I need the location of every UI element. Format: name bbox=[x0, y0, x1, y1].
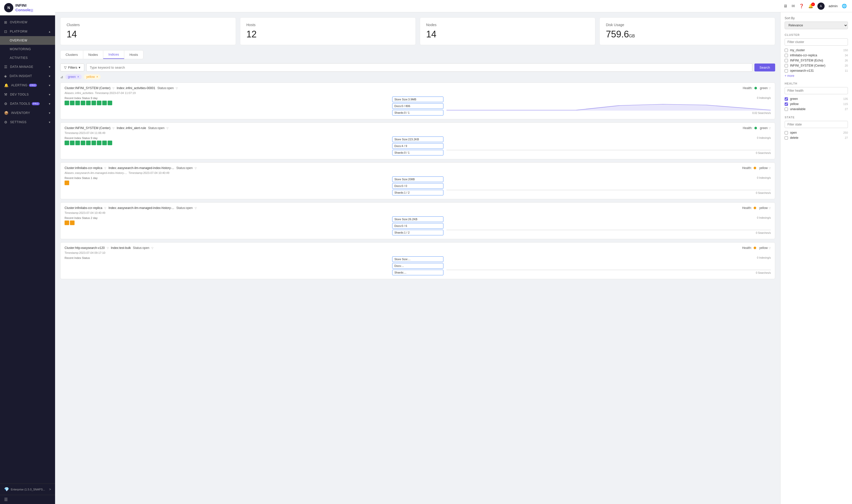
tab-indices[interactable]: Indices bbox=[103, 51, 124, 59]
globe-icon[interactable]: 🌐 bbox=[842, 4, 847, 8]
sort-select[interactable]: Relevance Name Size Docs bbox=[785, 21, 848, 29]
filter-triangle-icon[interactable]: ▽ bbox=[769, 167, 771, 169]
filter-triangle-icon[interactable]: ▽ bbox=[107, 247, 109, 249]
filter-tag-remove-yellow[interactable]: × bbox=[96, 75, 98, 78]
sidebar-item-monitoring[interactable]: MONITORING bbox=[0, 45, 55, 54]
index-cards-container: Cluster:INFINI_SYSTEM (Center) ▽ Index:.… bbox=[60, 83, 775, 279]
filter-triangle-icon[interactable]: ▽ bbox=[166, 127, 168, 130]
health-option-unavailable[interactable]: unavailable 27 bbox=[785, 107, 848, 112]
sidebar-item-platform-overview[interactable]: OVERVIEW bbox=[0, 36, 55, 45]
chevron-up-icon: ▲ bbox=[49, 30, 51, 33]
cluster-count: 150 bbox=[843, 49, 848, 52]
cluster-checkbox-ccr[interactable] bbox=[785, 54, 788, 57]
index-card-header: Cluster:INFINI_SYSTEM (Center) ▽ Index:.… bbox=[65, 86, 771, 90]
chevron-down-icon: ▼ bbox=[49, 112, 51, 114]
sidebar-item-label: OVERVIEW bbox=[10, 20, 28, 24]
help-icon[interactable]: ❓ bbox=[799, 4, 804, 8]
sidebar-item-dev-tools[interactable]: ⚒ DEV TOOLS ▼ bbox=[0, 90, 55, 99]
health-option-label: unavailable bbox=[790, 107, 806, 111]
sidebar-footer[interactable]: 💎 Enterprise (1.5.0_SNAPS... > bbox=[0, 484, 55, 495]
data-insight-icon: ◈ bbox=[4, 74, 7, 78]
sidebar-item-activities[interactable]: ACTIVITIES bbox=[0, 54, 55, 62]
index-status: Status:open bbox=[148, 126, 164, 130]
inventory-icon: 📦 bbox=[4, 111, 9, 115]
filter-triangle-icon[interactable]: ▽ bbox=[195, 207, 197, 210]
filter-triangle-icon[interactable]: ▽ bbox=[176, 87, 178, 90]
sidebar-item-overview[interactable]: ⊞ OVERVIEW bbox=[0, 18, 55, 27]
cluster-checkbox-my-cluster[interactable] bbox=[785, 49, 788, 52]
filter-triangle-icon[interactable]: ▽ bbox=[195, 167, 197, 169]
state-option-delete[interactable]: delete 27 bbox=[785, 135, 848, 140]
cluster-option-my-cluster[interactable]: my_cluster 150 bbox=[785, 48, 848, 53]
sidebar-item-data-tools[interactable]: ⚙ DATA TOOLS Pro ▼ bbox=[0, 99, 55, 108]
state-checkbox-delete[interactable] bbox=[785, 136, 788, 140]
index-chart: 0 Indexing/s 0 Searches/s bbox=[446, 177, 771, 194]
index-metrics: Store Size:223.2KB Docs:4 / 9 Shards:0 /… bbox=[392, 137, 443, 156]
filter-triangle-icon[interactable]: ▽ bbox=[769, 87, 771, 90]
sidebar-menu-icon[interactable]: ☰ bbox=[0, 495, 55, 504]
index-cluster: Cluster:http-easysearch-v120 bbox=[65, 246, 105, 250]
sidebar-item-data-insight[interactable]: ◈ DATA INSIGHT ▼ bbox=[0, 71, 55, 81]
tab-nodes[interactable]: Nodes bbox=[83, 51, 104, 59]
state-option-open[interactable]: open 250 bbox=[785, 130, 848, 135]
sidebar-item-settings[interactable]: ⚙ SETTINGS ▼ bbox=[0, 118, 55, 127]
filter-triangle-icon[interactable]: ▽ bbox=[769, 207, 771, 210]
tab-hosts[interactable]: Hosts bbox=[124, 51, 143, 59]
filter-triangle-icon[interactable]: ▽ bbox=[769, 247, 771, 249]
filter-triangle-icon[interactable]: ▽ bbox=[112, 127, 114, 130]
search-button[interactable]: Search bbox=[755, 64, 775, 71]
indexing-label: 0 Indexing/s bbox=[446, 96, 771, 100]
health-option-yellow[interactable]: yellow 115 bbox=[785, 102, 848, 107]
health-filter-input[interactable] bbox=[785, 87, 848, 94]
tab-clusters[interactable]: Clusters bbox=[60, 51, 83, 59]
filter-tag-label: yellow bbox=[86, 75, 95, 78]
filter-tag-remove-green[interactable]: × bbox=[77, 75, 79, 78]
metric-docs: Docs:0 / 806 bbox=[392, 103, 443, 109]
cluster-option-echo[interactable]: INFINI_SYSTEM (Echo) 26 bbox=[785, 58, 848, 63]
state-filter-input[interactable] bbox=[785, 121, 848, 128]
cluster-option-center[interactable]: INFINI_SYSTEM (Center) 20 bbox=[785, 63, 848, 68]
cluster-count: 26 bbox=[845, 59, 848, 62]
index-status-col: Recent Index Status 1 day bbox=[65, 177, 389, 185]
monitor-icon[interactable]: 🖥 bbox=[783, 4, 787, 8]
status-squares bbox=[65, 181, 389, 185]
filter-tag-yellow[interactable]: yellow × bbox=[84, 74, 101, 79]
cluster-option-ccr[interactable]: infinilabs-ccr-replica 34 bbox=[785, 53, 848, 58]
status-square bbox=[70, 101, 74, 105]
index-status-col: Recent Index Status bbox=[65, 256, 389, 260]
health-count: 27 bbox=[845, 108, 848, 111]
more-clusters-link[interactable]: + more bbox=[785, 74, 794, 77]
health-checkbox-unavailable[interactable] bbox=[785, 108, 788, 111]
status-square bbox=[97, 101, 102, 105]
cluster-checkbox-center[interactable] bbox=[785, 64, 788, 67]
search-input[interactable] bbox=[86, 63, 752, 72]
status-label: Recent Index Status 9 day bbox=[65, 137, 389, 140]
index-status: Status:open bbox=[133, 246, 149, 250]
mail-icon[interactable]: ✉ bbox=[792, 4, 795, 8]
filter-triangle-icon[interactable]: ▽ bbox=[112, 87, 114, 90]
filter-triangle-icon[interactable]: ▽ bbox=[769, 127, 771, 130]
filter-triangle-icon[interactable]: ▽ bbox=[104, 207, 106, 210]
cluster-option-label: INFINI_SYSTEM (Center) bbox=[790, 64, 826, 67]
health-count: 115 bbox=[843, 103, 848, 106]
health-count: 135 bbox=[843, 97, 848, 101]
state-checkbox-open[interactable] bbox=[785, 131, 788, 134]
filter-triangle-icon[interactable]: ▽ bbox=[104, 167, 106, 169]
cluster-option-opensearch[interactable]: opensearch-v131 11 bbox=[785, 68, 848, 73]
sidebar-item-alerting[interactable]: 🔔 ALERTING Pro ▼ bbox=[0, 81, 55, 90]
cluster-filter-input[interactable] bbox=[785, 38, 848, 46]
health-checkbox-green[interactable] bbox=[785, 97, 788, 101]
health-dot bbox=[755, 87, 757, 89]
notification-bell[interactable]: 🔔 2 bbox=[808, 4, 813, 8]
sidebar-item-platform[interactable]: ⊡ PLATFORM ▲ bbox=[0, 27, 55, 36]
sidebar-item-inventory[interactable]: 📦 INVENTORY ▼ bbox=[0, 108, 55, 118]
filter-button[interactable]: ▽ Filters ▾ bbox=[60, 64, 84, 71]
filter-triangle-icon[interactable]: ▽ bbox=[152, 247, 154, 249]
sidebar-item-data-manage[interactable]: ☰ DATA MANAGE ▼ bbox=[0, 62, 55, 71]
cluster-checkbox-opensearch[interactable] bbox=[785, 69, 788, 72]
cluster-checkbox-echo[interactable] bbox=[785, 59, 788, 62]
alerting-icon: 🔔 bbox=[4, 83, 9, 87]
health-option-green[interactable]: green 135 bbox=[785, 96, 848, 102]
health-checkbox-yellow[interactable] bbox=[785, 103, 788, 106]
filter-tag-green[interactable]: green × bbox=[65, 74, 82, 79]
